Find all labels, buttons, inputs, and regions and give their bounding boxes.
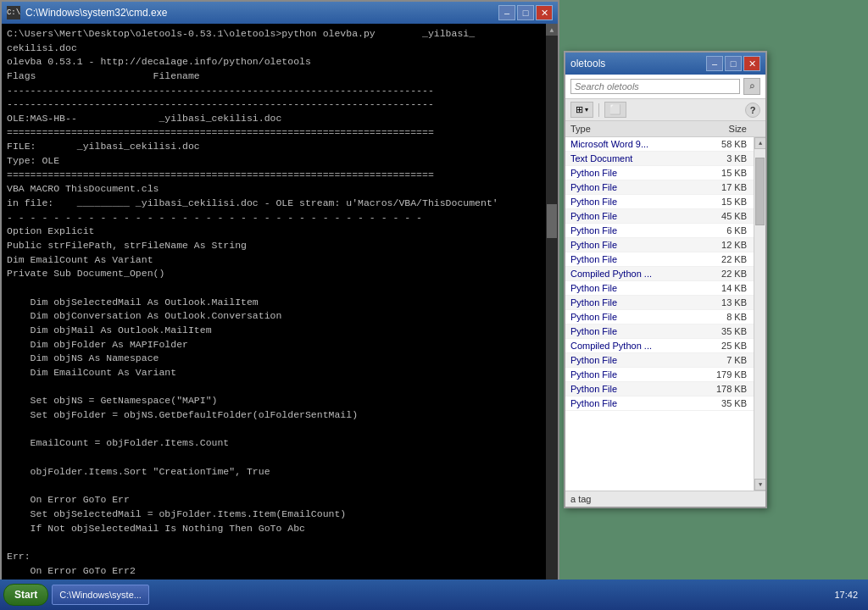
file-type-cell: Python File — [570, 326, 709, 336]
file-row[interactable]: Python File22 KB — [565, 252, 765, 267]
file-type-cell: Python File — [570, 355, 709, 365]
file-size-cell: 35 KB — [709, 398, 760, 408]
file-size-cell: 179 KB — [709, 369, 760, 380]
view-dropdown-icon: ▾ — [585, 106, 588, 114]
file-row[interactable]: Python File35 KB — [565, 396, 765, 411]
file-type-cell: Python File — [570, 384, 709, 394]
time-display: 17:42 — [834, 590, 858, 600]
exp-scroll-track[interactable] — [754, 149, 765, 479]
file-size-cell: 35 KB — [709, 326, 760, 336]
file-size-cell: 22 KB — [709, 269, 760, 279]
file-row[interactable]: Python File17 KB — [565, 180, 765, 195]
file-row[interactable]: Compiled Python ...25 KB — [565, 339, 765, 353]
file-row[interactable]: Python File12 KB — [565, 238, 765, 252]
file-type-cell: Python File — [570, 283, 709, 293]
file-size-cell: 45 KB — [709, 211, 760, 221]
exp-scroll-down[interactable]: ▼ — [754, 479, 765, 491]
file-size-cell: 3 KB — [709, 153, 760, 164]
explorer-statusbar: a tag — [565, 491, 765, 507]
file-row[interactable]: Python File14 KB — [565, 281, 765, 296]
file-size-cell: 58 KB — [709, 139, 760, 149]
file-type-cell: Microsoft Word 9... — [570, 139, 709, 149]
file-row[interactable]: Python File7 KB — [565, 353, 765, 368]
exp-scroll-up[interactable]: ▲ — [754, 137, 765, 149]
file-type-cell: Compiled Python ... — [570, 341, 709, 351]
file-type-cell: Text Document — [570, 153, 709, 164]
size-column-header: Size — [709, 124, 760, 134]
cmd-close-button[interactable]: ✕ — [536, 5, 553, 20]
file-type-cell: Python File — [570, 254, 709, 264]
start-button[interactable]: Start — [3, 584, 48, 606]
file-size-cell: 15 KB — [709, 197, 760, 207]
scroll-up-arrow[interactable]: ▲ — [546, 24, 558, 36]
explorer-close-button[interactable]: ✕ — [743, 56, 760, 71]
view-icon: ⊞ — [576, 104, 583, 115]
help-button[interactable]: ? — [745, 103, 760, 118]
file-type-cell: Python File — [570, 168, 709, 178]
column-headers: Type Size — [565, 121, 765, 137]
file-size-cell: 15 KB — [709, 168, 760, 178]
cmd-maximize-button[interactable]: □ — [517, 5, 534, 20]
cmd-titlebar-buttons: – □ ✕ — [498, 5, 553, 20]
explorer-minimize-button[interactable]: – — [706, 56, 723, 71]
file-row[interactable]: Compiled Python ...22 KB — [565, 267, 765, 281]
file-row[interactable]: Python File179 KB — [565, 368, 765, 382]
file-size-cell: 8 KB — [709, 312, 760, 322]
file-size-cell: 13 KB — [709, 297, 760, 308]
exp-scroll-thumb[interactable] — [755, 158, 765, 225]
view-button[interactable]: ⊞ ▾ — [570, 102, 593, 118]
cmd-titlebar: C:\ C:\Windows\system32\cmd.exe – □ ✕ — [2, 2, 558, 24]
cmd-window: C:\ C:\Windows\system32\cmd.exe – □ ✕ C:… — [0, 0, 559, 610]
file-row[interactable]: Python File178 KB — [565, 382, 765, 396]
cmd-icon: C:\ — [7, 6, 20, 19]
file-type-cell: Python File — [570, 369, 709, 380]
cmd-output: C:\Users\Mert\Desktop\oletools-0.53.1\ol… — [7, 27, 553, 608]
start-label: Start — [14, 589, 37, 601]
file-type-cell: Python File — [570, 398, 709, 408]
explorer-titlebar-buttons: – □ ✕ — [706, 56, 760, 71]
file-size-cell: 12 KB — [709, 240, 760, 250]
explorer-title: oletools — [570, 58, 605, 69]
preview-button[interactable]: ⬜ — [604, 102, 626, 118]
file-row[interactable]: Python File15 KB — [565, 166, 765, 180]
search-button[interactable]: ⌕ — [743, 78, 760, 95]
file-row[interactable]: Microsoft Word 9...58 KB — [565, 137, 765, 152]
file-size-cell: 7 KB — [709, 355, 760, 365]
file-size-cell: 22 KB — [709, 254, 760, 264]
file-size-cell: 25 KB — [709, 341, 760, 351]
file-row[interactable]: Text Document3 KB — [565, 152, 765, 166]
file-row[interactable]: Python File8 KB — [565, 310, 765, 324]
file-rows: Microsoft Word 9...58 KBText Document3 K… — [565, 137, 765, 411]
cmd-minimize-button[interactable]: – — [498, 5, 515, 20]
file-type-cell: Python File — [570, 312, 709, 322]
scroll-thumb[interactable] — [547, 204, 557, 238]
file-size-cell: 14 KB — [709, 283, 760, 293]
file-type-cell: Python File — [570, 211, 709, 221]
explorer-search-bar: ⌕ — [565, 75, 765, 99]
file-type-cell: Python File — [570, 182, 709, 192]
explorer-scrollbar[interactable]: ▲ ▼ — [754, 137, 765, 491]
cmd-scrollbar[interactable]: ▲ ▼ — [546, 24, 558, 608]
file-row[interactable]: Python File45 KB — [565, 209, 765, 224]
preview-icon: ⬜ — [609, 104, 621, 115]
taskbar: Start C:\Windows\syste... 17:42 — [0, 580, 868, 610]
file-size-cell: 6 KB — [709, 225, 760, 236]
explorer-maximize-button[interactable]: □ — [725, 56, 742, 71]
taskbar-cmd-item[interactable]: C:\Windows\syste... — [52, 585, 149, 605]
file-row[interactable]: Python File6 KB — [565, 224, 765, 238]
cmd-content: C:\Users\Mert\Desktop\oletools-0.53.1\ol… — [2, 24, 558, 608]
cmd-titlebar-left: C:\ C:\Windows\system32\cmd.exe — [7, 6, 167, 19]
taskbar-cmd-label: C:\Windows\syste... — [59, 590, 142, 600]
scroll-track[interactable] — [546, 36, 558, 596]
taskbar-clock: 17:42 — [834, 590, 865, 600]
cmd-title: C:\Windows\system32\cmd.exe — [25, 7, 167, 19]
file-row[interactable]: Python File15 KB — [565, 195, 765, 209]
search-input[interactable] — [570, 79, 740, 94]
file-row[interactable]: Python File35 KB — [565, 324, 765, 339]
file-type-cell: Python File — [570, 297, 709, 308]
explorer-toolbar: ⊞ ▾ ⬜ ? — [565, 99, 765, 121]
file-size-cell: 17 KB — [709, 182, 760, 192]
file-row[interactable]: Python File13 KB — [565, 296, 765, 310]
file-type-cell: Python File — [570, 240, 709, 250]
file-type-cell: Python File — [570, 197, 709, 207]
